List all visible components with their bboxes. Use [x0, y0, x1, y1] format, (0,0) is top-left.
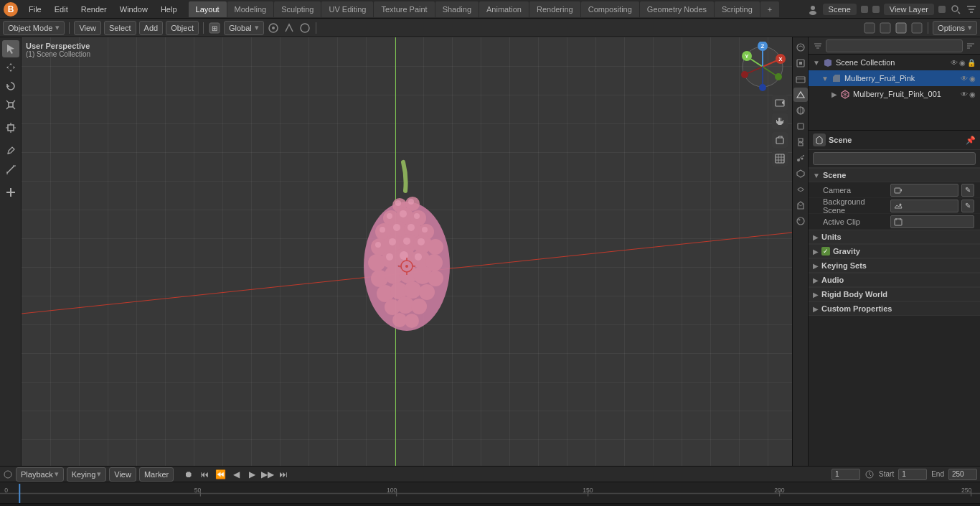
hand-pan-icon[interactable]	[772, 113, 788, 129]
timeline-ruler[interactable]: 0 50 100 150 200 250	[0, 482, 980, 503]
marker-dropdown[interactable]: Marker	[139, 467, 174, 482]
menu-window[interactable]: Window	[114, 4, 154, 15]
proportional-icon[interactable]	[298, 22, 311, 34]
view-menu[interactable]: View	[74, 21, 101, 35]
view-dropdown[interactable]: View	[109, 467, 136, 482]
camera-edit-icon[interactable]: ✎	[961, 184, 974, 197]
current-frame-input[interactable]: 1	[831, 469, 860, 480]
section-rigid-body-world[interactable]: ▶ Rigid Body World	[809, 287, 980, 301]
camera-value[interactable]	[890, 184, 958, 197]
props-pin-icon[interactable]: 📌	[966, 136, 976, 145]
viewport-shading-material[interactable]	[895, 22, 908, 34]
viewport-3d[interactable]: User Perspective (1) Scene Collection X …	[22, 37, 792, 466]
tab-scripting[interactable]: Scripting	[715, 1, 760, 17]
gravity-checkbox[interactable]: ✓	[821, 247, 830, 256]
timeline-prev-btn[interactable]: ⏪	[214, 468, 227, 481]
tab-add[interactable]: +	[760, 1, 779, 17]
timeline-record-btn[interactable]: ⏺	[182, 468, 195, 481]
timeline-play-next-btn[interactable]: ▶▶	[261, 468, 274, 481]
frame-time-icon	[864, 469, 875, 479]
outliner-sort-icon[interactable]	[966, 41, 976, 51]
outliner-item-mulberry-pink[interactable]: ▼ Mulberry_Fruit_Pink 👁◉	[809, 70, 980, 86]
start-frame-input[interactable]	[898, 469, 927, 480]
props-search-input[interactable]	[813, 152, 976, 165]
viewport-shading-solid[interactable]	[879, 22, 892, 34]
object-menu[interactable]: Object	[166, 21, 199, 35]
tool-cursor[interactable]	[2, 40, 19, 57]
tab-shading[interactable]: Shading	[435, 1, 479, 17]
prop-tab-world[interactable]	[793, 103, 808, 118]
filter-icon[interactable]	[966, 4, 977, 15]
outliner-filter-icon[interactable]	[813, 41, 823, 51]
camera-perspective-icon[interactable]	[772, 132, 788, 148]
menu-render[interactable]: Render	[75, 4, 113, 15]
outliner-item-mulberry-pink-001[interactable]: ▶ Mulberry_Fruit_Pink_001 👁◉	[809, 86, 980, 102]
section-keying-sets[interactable]: ▶ Keying Sets	[809, 258, 980, 273]
tab-compositing[interactable]: Compositing	[581, 1, 639, 17]
select-menu[interactable]: Select	[104, 21, 136, 35]
pivot-icon[interactable]	[267, 22, 280, 34]
tool-transform[interactable]	[2, 119, 19, 136]
grid-icon[interactable]	[772, 151, 788, 167]
global-dropdown[interactable]: Global ▾	[224, 21, 264, 35]
search-icon[interactable]	[950, 4, 961, 15]
section-custom-properties[interactable]: ▶ Custom Properties	[809, 301, 980, 316]
svg-text:Y: Y	[745, 53, 749, 60]
tab-modeling[interactable]: Modeling	[227, 1, 274, 17]
section-units[interactable]: ▶ Units	[809, 230, 980, 244]
prop-tab-data[interactable]	[793, 198, 808, 212]
tab-animation[interactable]: Animation	[479, 1, 529, 17]
tab-layout[interactable]: Layout	[189, 1, 227, 17]
timeline-skip-start-btn[interactable]: ⏮	[198, 468, 211, 481]
active-clip-value[interactable]	[890, 215, 974, 228]
section-scene[interactable]: ▼ Scene	[809, 168, 980, 182]
tab-geometry-nodes[interactable]: Geometry Nodes	[640, 1, 714, 17]
prop-tab-scene[interactable]	[793, 88, 808, 102]
camera-view-icon[interactable]	[772, 95, 788, 111]
prop-tab-view-layer[interactable]	[793, 72, 808, 86]
prop-tab-object[interactable]	[793, 119, 808, 133]
tab-rendering[interactable]: Rendering	[529, 1, 580, 17]
tool-add-object[interactable]	[2, 184, 19, 201]
add-menu[interactable]: Add	[139, 21, 164, 35]
bg-scene-value[interactable]	[890, 200, 958, 212]
menu-help[interactable]: Help	[155, 4, 183, 15]
scene-name[interactable]: Scene	[823, 4, 857, 15]
viewport-shading-rendered[interactable]	[910, 22, 923, 34]
transform-icon[interactable]: ⊞	[208, 22, 221, 34]
menu-edit[interactable]: Edit	[49, 4, 74, 15]
playback-dropdown[interactable]: Playback ▾	[16, 467, 64, 482]
timeline-play-btn[interactable]: ▶	[245, 468, 258, 481]
tab-uv-editing[interactable]: UV Editing	[321, 1, 373, 17]
object-mode-dropdown[interactable]: Object Mode ▾	[3, 21, 65, 35]
keying-dropdown[interactable]: Keying ▾	[67, 467, 107, 482]
tab-texture-paint[interactable]: Texture Paint	[374, 1, 434, 17]
snapping-icon[interactable]	[283, 22, 296, 34]
bg-scene-edit-icon[interactable]: ✎	[961, 200, 974, 212]
prop-tab-material[interactable]	[793, 214, 808, 228]
prop-tab-modifier[interactable]	[793, 135, 808, 149]
options-dropdown[interactable]: Options ▾	[933, 21, 977, 35]
tool-measure[interactable]	[2, 161, 19, 178]
tool-annotate[interactable]	[2, 142, 19, 159]
outliner-search-input[interactable]	[826, 39, 963, 52]
tab-sculpting[interactable]: Sculpting	[274, 1, 321, 17]
tool-rotate[interactable]	[2, 78, 19, 95]
tool-scale[interactable]	[2, 96, 19, 113]
prop-tab-constraints[interactable]	[793, 182, 808, 197]
end-frame-input[interactable]	[948, 469, 977, 480]
menu-file[interactable]: File	[23, 4, 47, 15]
section-gravity[interactable]: ▶ ✓ Gravity	[809, 244, 980, 258]
timeline-skip-end-btn[interactable]: ⏭	[277, 468, 290, 481]
section-audio[interactable]: ▶ Audio	[809, 273, 980, 287]
view-layer-name[interactable]: View Layer	[884, 4, 934, 15]
outliner-item-scene-collection[interactable]: ▼ Scene Collection 👁◉🔒	[809, 55, 980, 70]
navigation-gizmo[interactable]: X Y Z	[738, 42, 788, 92]
prop-tab-particles[interactable]	[793, 151, 808, 165]
prop-tab-physics[interactable]	[793, 167, 808, 181]
timeline-play-prev-btn[interactable]: ◀	[230, 468, 242, 481]
prop-tab-render[interactable]	[793, 40, 808, 55]
viewport-shading-wireframe[interactable]	[863, 22, 876, 34]
tool-move[interactable]	[2, 59, 19, 76]
prop-tab-output[interactable]	[793, 56, 808, 70]
